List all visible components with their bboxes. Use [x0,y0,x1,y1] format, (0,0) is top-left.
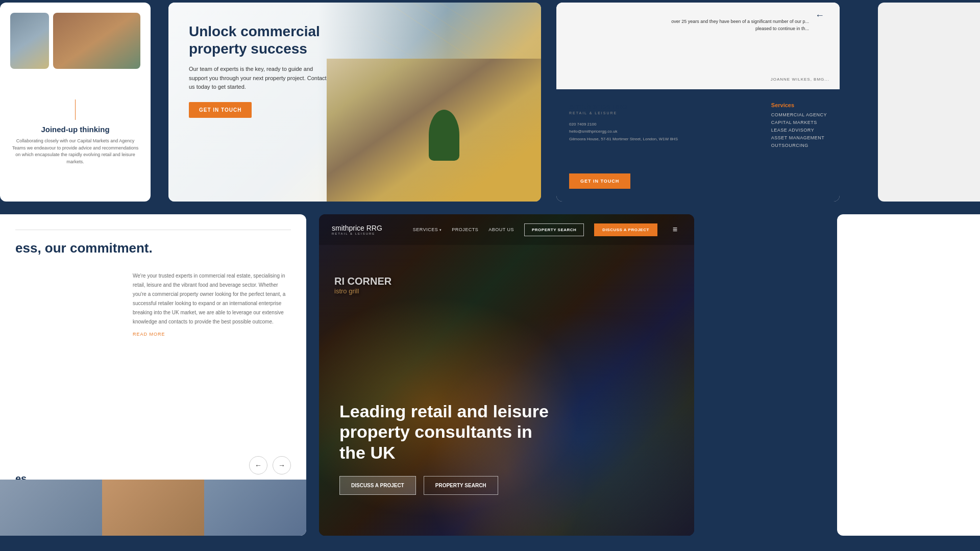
street-sign-text: RI CORNER istro grill [334,276,391,295]
service-image-2 [102,480,204,536]
right-partial-content [837,214,980,235]
website-logo-main: smithprice [332,224,364,232]
top-row: Joined-up thinking Collaborating closely… [0,0,980,202]
card-commitment: ess, our commitment. We're your trusted … [0,214,306,536]
sp-top-section: ← over 25 years and they have been of a … [556,3,840,89]
commitment-title: ess, our commitment. [15,240,153,256]
hero-description: Our team of experts is the key, ready to… [189,65,332,92]
sp-logo-rrg: RRG [612,103,627,111]
sp-services-list: COMMERCIAL AGENCY CAPITAL MARKETS LEASE … [771,112,827,148]
card-right-partial [837,214,980,536]
sp-service-outsourcing: OUTSOURCING [771,143,827,148]
sp-testimonial-attribution: JOANNE WILKES, BMG... [771,77,829,82]
hero-title: Unlock commercial property success [189,23,332,57]
nav-services-link[interactable]: SERVICES [413,227,442,232]
sp-contact-info: 020 7409 2100 hello@smithpricergg.co.uk … [569,121,678,143]
website-background: RI CORNER istro grill smithprice RRG RET… [319,214,694,536]
website-hero-title: Leading retail and leisure property cons… [339,401,554,463]
service-image-3 [204,480,306,536]
joined-image-small [10,13,49,69]
menu-hamburger-icon[interactable]: ≡ [673,225,677,234]
interior-plant-visual [429,110,459,161]
nav-about-link[interactable]: ABOUT US [488,227,514,232]
card-hero-unlock: Unlock commercial property success Our t… [168,3,541,202]
hero-discuss-project-button[interactable]: DISCUSS A PROJECT [339,476,416,495]
sp-logo: smithprice RRG RETAIL & LEISURE [569,102,678,115]
corner-sign-main: RI CORNER [334,276,391,287]
sp-logo-group: smithprice RRG RETAIL & LEISURE 020 7409… [569,102,678,143]
joined-connector-line [75,99,76,120]
sp-get-in-touch-button[interactable]: GET IN TOUCH [569,173,630,189]
sp-address: Gilmoora House, 57-61 Mortimer Street, L… [569,136,678,143]
corner-sign-sub: istro grill [334,287,391,295]
bottom-row: ess, our commitment. We're your trusted … [0,209,980,541]
hero-get-in-touch-button[interactable]: GET IN TOUCH [189,102,252,118]
commitment-read-more-link[interactable]: READ MORE [133,332,291,337]
joined-images [10,13,140,69]
website-hero-buttons: DISCUSS A PROJECT PROPERTY SEARCH [339,476,674,495]
sp-arrow-left-icon[interactable]: ← [815,10,824,21]
nav-discuss-project-button[interactable]: DISCUSS A PROJECT [594,223,657,236]
commitment-divider [15,230,291,230]
carousel-navigation: ← → [249,456,291,474]
sp-services-title: Services [771,102,827,108]
sp-logo-services-area: smithprice RRG RETAIL & LEISURE 020 7409… [569,102,827,151]
website-logo-group: smithprice RRG RETAIL & LEISURE [332,224,403,235]
joined-description: Collaborating closely with our Capital M… [10,138,140,165]
sp-phone: 020 7409 2100 [569,121,678,128]
card-website-full: RI CORNER istro grill smithprice RRG RET… [319,214,694,536]
sp-bottom-section: smithprice RRG RETAIL & LEISURE 020 7409… [556,89,840,202]
sp-service-asset: ASSET MANAGEMENT [771,135,827,140]
website-logo-rrg: RRG [366,224,382,232]
website-hero-content: Leading retail and leisure property cons… [339,401,674,495]
commitment-description: We're your trusted experts in commercial… [133,271,286,327]
sp-testimonial-text: over 25 years and they have been of a si… [656,18,809,33]
nav-property-search-button[interactable]: PROPERTY SEARCH [524,223,584,236]
card-smithprice-website: ← over 25 years and they have been of a … [556,3,840,202]
sp-logo-main: smithprice [569,102,610,111]
sp-service-commercial: COMMERCIAL AGENCY [771,112,827,117]
carousel-prev-button[interactable]: ← [249,456,267,474]
joined-title: Joined-up thinking [10,125,140,134]
sp-service-lease: LEASE ADVISORY [771,128,827,133]
sp-service-capital: CAPITAL MARKETS [771,120,827,125]
website-logo: smithprice RRG [332,224,382,232]
service-image-1 [0,480,102,536]
nav-projects-link[interactable]: PROJECTS [452,227,478,232]
sp-services-column: Services COMMERCIAL AGENCY CAPITAL MARKE… [771,102,827,151]
joined-image-large [53,13,140,69]
carousel-next-button[interactable]: → [273,456,291,474]
card-joined-thinking: Joined-up thinking Collaborating closely… [0,3,151,202]
services-image-strip [0,480,306,536]
website-nav-links: SERVICES PROJECTS ABOUT US PROPERTY SEAR… [413,223,681,236]
hero-content: Unlock commercial property success Our t… [189,23,332,118]
card-far-right-partial [878,3,980,202]
website-logo-sub: RETAIL & LEISURE [332,232,403,235]
hero-property-search-button[interactable]: PROPERTY SEARCH [424,476,498,495]
website-navigation: smithprice RRG RETAIL & LEISURE SERVICES… [319,214,694,245]
sp-email: hello@smithpricergg.co.uk [569,128,678,135]
sp-logo-sub: RETAIL & LEISURE [569,111,678,115]
